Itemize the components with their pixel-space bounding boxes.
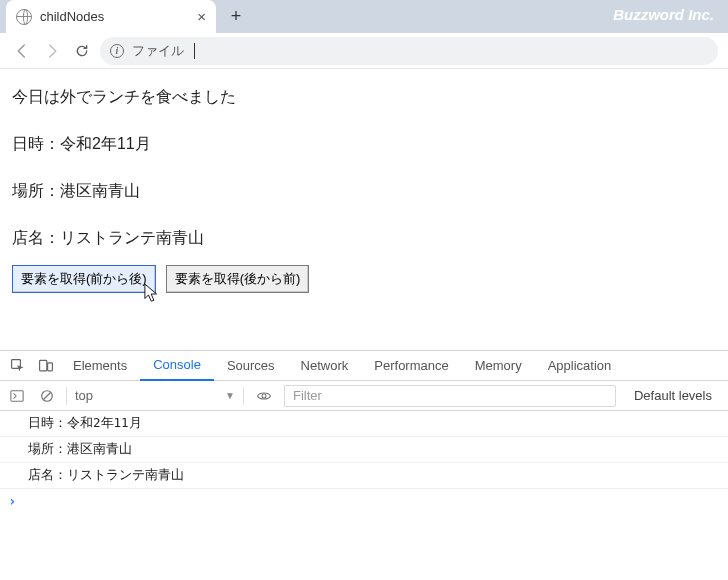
sidebar-icon — [10, 389, 24, 403]
console-toolbar: top ▼ Filter Default levels — [0, 381, 728, 411]
reload-button[interactable] — [70, 39, 94, 63]
page-line: 日時：令和2年11月 — [12, 134, 716, 155]
get-elements-backward-button[interactable]: 要素を取得(後から前) — [166, 265, 310, 293]
svg-rect-3 — [11, 390, 23, 401]
get-elements-forward-button[interactable]: 要素を取得(前から後) — [12, 265, 156, 293]
execution-context-select[interactable]: top ▼ — [75, 388, 235, 403]
close-icon[interactable]: × — [197, 8, 206, 25]
page-heading: 今日は外でランチを食べました — [12, 87, 716, 108]
tab-application[interactable]: Application — [535, 351, 625, 381]
browser-tab[interactable]: childNodes × — [6, 0, 216, 33]
device-toolbar-button[interactable] — [32, 358, 60, 374]
levels-label: Default levels — [634, 388, 712, 403]
console-sidebar-toggle[interactable] — [6, 389, 28, 403]
console-prompt[interactable] — [0, 489, 728, 513]
svg-point-6 — [262, 394, 266, 398]
context-value: top — [75, 388, 219, 403]
separator — [66, 387, 67, 405]
console-log: 場所：港区南青山 — [0, 437, 728, 463]
tab-memory[interactable]: Memory — [462, 351, 535, 381]
inspect-element-button[interactable] — [4, 358, 32, 374]
console-body[interactable]: 日時：令和2年11月 場所：港区南青山 店名：リストランテ南青山 — [0, 411, 728, 580]
log-levels-select[interactable]: Default levels — [624, 388, 722, 403]
devtools-tabs: Elements Console Sources Network Perform… — [0, 351, 728, 381]
page-line: 店名：リストランテ南青山 — [12, 228, 716, 249]
brand-label: Buzzword Inc. — [613, 6, 714, 23]
arrow-right-icon — [43, 42, 61, 60]
browser-toolbar: i ファイル — [0, 33, 728, 69]
address-text: ファイル — [132, 42, 184, 60]
eye-icon — [256, 388, 272, 404]
button-row: 要素を取得(前から後) 要素を取得(後から前) — [12, 265, 716, 293]
svg-rect-1 — [40, 360, 47, 370]
console-filter-input[interactable]: Filter — [284, 385, 616, 407]
device-icon — [38, 358, 54, 374]
forward-button[interactable] — [40, 39, 64, 63]
separator — [243, 387, 244, 405]
live-expression-button[interactable] — [252, 388, 276, 404]
console-log: 日時：令和2年11月 — [0, 411, 728, 437]
console-log: 店名：リストランテ南青山 — [0, 463, 728, 489]
new-tab-button[interactable]: + — [222, 3, 250, 31]
svg-line-5 — [44, 392, 51, 399]
inspect-icon — [10, 358, 26, 374]
titlebar: childNodes × + Buzzword Inc. — [0, 0, 728, 33]
tab-sources[interactable]: Sources — [214, 351, 288, 381]
reload-icon — [74, 43, 90, 59]
tab-title: childNodes — [40, 9, 189, 24]
tab-elements[interactable]: Elements — [60, 351, 140, 381]
tab-network[interactable]: Network — [288, 351, 362, 381]
back-button[interactable] — [10, 39, 34, 63]
devtools-panel: Elements Console Sources Network Perform… — [0, 350, 728, 580]
chevron-down-icon: ▼ — [225, 390, 235, 401]
clear-console-button[interactable] — [36, 389, 58, 403]
filter-placeholder: Filter — [293, 388, 322, 403]
globe-icon — [16, 9, 32, 25]
tab-console[interactable]: Console — [140, 351, 214, 381]
info-icon: i — [110, 44, 124, 58]
text-cursor — [194, 43, 195, 59]
page-line: 場所：港区南青山 — [12, 181, 716, 202]
svg-rect-2 — [48, 362, 53, 370]
tab-performance[interactable]: Performance — [361, 351, 461, 381]
clear-icon — [40, 389, 54, 403]
address-bar[interactable]: i ファイル — [100, 37, 718, 65]
arrow-left-icon — [13, 42, 31, 60]
page-content: 今日は外でランチを食べました 日時：令和2年11月 場所：港区南青山 店名：リス… — [0, 69, 728, 350]
